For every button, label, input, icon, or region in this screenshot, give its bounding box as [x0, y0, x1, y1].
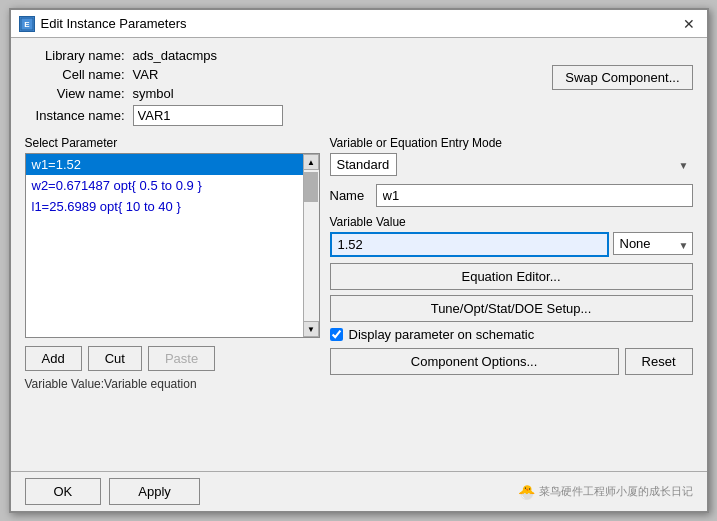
entry-mode-title: Variable or Equation Entry Mode — [330, 136, 693, 150]
main-area: Select Parameter w1=1.52 w2=0.671487 opt… — [25, 136, 693, 391]
instance-name-input[interactable] — [133, 105, 283, 126]
param-list: w1=1.52 w2=0.671487 opt{ 0.5 to 0.9 } l1… — [26, 154, 319, 337]
entry-mode-row: Standard — [330, 153, 693, 176]
view-value: symbol — [133, 86, 174, 101]
value-input[interactable] — [330, 232, 609, 257]
library-value: ads_datacmps — [133, 48, 218, 63]
param-buttons: Add Cut Paste — [25, 346, 320, 371]
tune-opt-button[interactable]: Tune/Opt/Stat/DOE Setup... — [330, 295, 693, 322]
library-label: Library name: — [25, 48, 125, 63]
display-checkbox-label: Display parameter on schematic — [349, 327, 535, 342]
cut-button[interactable]: Cut — [88, 346, 142, 371]
left-panel: Select Parameter w1=1.52 w2=0.671487 opt… — [25, 136, 320, 391]
name-label: Name — [330, 188, 370, 203]
right-panel: Variable or Equation Entry Mode Standard… — [330, 136, 693, 391]
instance-label: Instance name: — [25, 108, 125, 123]
close-button[interactable]: ✕ — [679, 14, 699, 34]
dialog-icon: E — [19, 16, 35, 32]
ok-button[interactable]: OK — [25, 478, 102, 505]
var-value-title: Variable Value — [330, 215, 693, 229]
bottom-left: OK Apply — [25, 478, 200, 505]
watermark-text: 菜鸟硬件工程师小厦的成长日记 — [539, 484, 693, 499]
cell-value: VAR — [133, 67, 159, 82]
var-eq-note: Variable Value:Variable equation — [25, 377, 320, 391]
watermark-icon: 🐣 — [518, 484, 535, 500]
svg-text:E: E — [24, 20, 30, 29]
none-dropdown[interactable]: None — [613, 232, 693, 255]
view-label: View name: — [25, 86, 125, 101]
name-input[interactable] — [376, 184, 693, 207]
name-row: Name — [330, 184, 693, 207]
display-checkbox-row: Display parameter on schematic — [330, 327, 693, 342]
dialog-title: Edit Instance Parameters — [41, 16, 187, 31]
paste-button[interactable]: Paste — [148, 346, 215, 371]
param-item-w2[interactable]: w2=0.671487 opt{ 0.5 to 0.9 } — [26, 175, 319, 196]
param-item-w1[interactable]: w1=1.52 — [26, 154, 319, 175]
apply-button[interactable]: Apply — [109, 478, 200, 505]
title-bar: E Edit Instance Parameters ✕ — [11, 10, 707, 38]
options-reset-row: Component Options... Reset — [330, 348, 693, 375]
bottom-bar: OK Apply 🐣 菜鸟硬件工程师小厦的成长日记 — [11, 471, 707, 511]
watermark: 🐣 菜鸟硬件工程师小厦的成长日记 — [518, 484, 693, 500]
scrollbar: ▲ ▼ — [303, 154, 319, 337]
param-list-container: w1=1.52 w2=0.671487 opt{ 0.5 to 0.9 } l1… — [25, 153, 320, 338]
entry-mode-dropdown-wrapper: Standard — [330, 153, 693, 176]
component-options-button[interactable]: Component Options... — [330, 348, 619, 375]
param-item-l1[interactable]: l1=25.6989 opt{ 10 to 40 } — [26, 196, 319, 217]
select-parameter-title: Select Parameter — [25, 136, 320, 150]
instance-row: Instance name: — [25, 105, 693, 126]
add-button[interactable]: Add — [25, 346, 82, 371]
display-checkbox[interactable] — [330, 328, 343, 341]
title-bar-left: E Edit Instance Parameters — [19, 16, 187, 32]
dialog-content: Library name: ads_datacmps Cell name: VA… — [11, 38, 707, 401]
swap-component-button[interactable]: Swap Component... — [552, 65, 692, 90]
cell-label: Cell name: — [25, 67, 125, 82]
scroll-thumb[interactable] — [304, 172, 318, 202]
reset-button[interactable]: Reset — [625, 348, 693, 375]
equation-editor-button[interactable]: Equation Editor... — [330, 263, 693, 290]
none-dropdown-wrapper: None — [613, 232, 693, 257]
scroll-up-arrow[interactable]: ▲ — [303, 154, 319, 170]
scroll-down-arrow[interactable]: ▼ — [303, 321, 319, 337]
entry-mode-dropdown[interactable]: Standard — [330, 153, 397, 176]
library-row: Library name: ads_datacmps — [25, 48, 693, 63]
value-row: None — [330, 232, 693, 257]
edit-instance-dialog: E Edit Instance Parameters ✕ Library nam… — [9, 8, 709, 513]
